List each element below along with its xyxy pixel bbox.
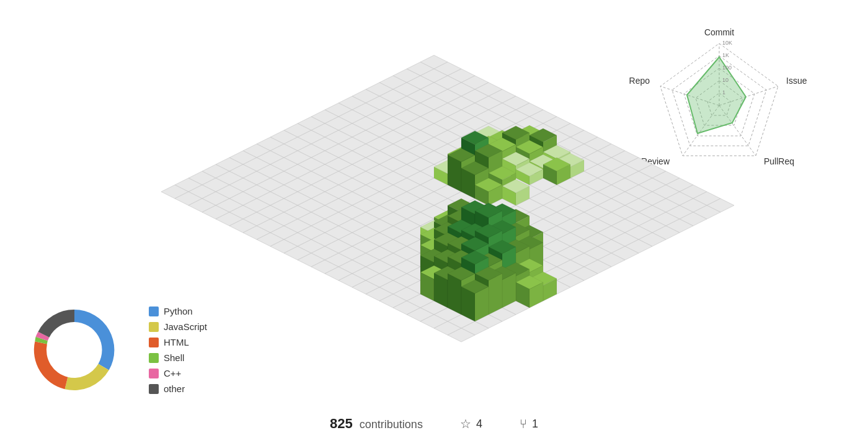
javascript-label: JavaScript bbox=[164, 321, 207, 332]
python-label: Python bbox=[164, 306, 193, 316]
other-label: other bbox=[164, 383, 185, 394]
cpp-color bbox=[149, 369, 159, 378]
cpp-label: C++ bbox=[164, 368, 181, 378]
chart-legend: Python JavaScript HTML Shell C++ other bbox=[149, 306, 207, 394]
stars-count: 4 bbox=[476, 418, 482, 431]
shell-color bbox=[149, 353, 159, 363]
other-color bbox=[149, 384, 159, 394]
stats-bar: 825 contributions ☆ 4 ⑂ 1 bbox=[330, 416, 538, 432]
legend-shell: Shell bbox=[149, 352, 207, 363]
star-icon: ☆ bbox=[460, 416, 471, 431]
javascript-color bbox=[149, 322, 159, 332]
contributions-label: contributions bbox=[360, 418, 423, 431]
python-color bbox=[149, 307, 159, 316]
bottom-left-section: Python JavaScript HTML Shell C++ other bbox=[19, 294, 207, 406]
legend-html: HTML bbox=[149, 337, 207, 347]
html-color bbox=[149, 338, 159, 347]
forks-stat: ⑂ 1 bbox=[520, 417, 538, 431]
shell-label: Shell bbox=[164, 352, 184, 363]
legend-other: other bbox=[149, 383, 207, 394]
stars-stat: ☆ 4 bbox=[460, 416, 482, 431]
svg-point-21 bbox=[53, 328, 96, 372]
legend-python: Python bbox=[149, 306, 207, 316]
contributions-count: 825 bbox=[330, 416, 353, 431]
forks-count: 1 bbox=[532, 418, 538, 431]
fork-icon: ⑂ bbox=[520, 417, 527, 431]
donut-chart bbox=[19, 294, 130, 406]
legend-javascript: JavaScript bbox=[149, 321, 207, 332]
legend-cpp: C++ bbox=[149, 368, 207, 378]
html-label: HTML bbox=[164, 337, 189, 347]
contributions-stat: 825 contributions bbox=[330, 416, 423, 432]
